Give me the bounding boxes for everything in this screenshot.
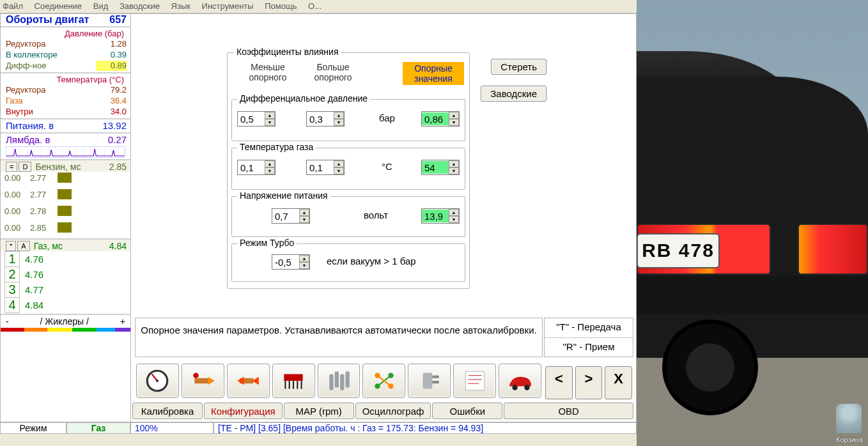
recycle-bin-icon[interactable] [836,404,862,433]
press-diff-value: 0.89 [96,61,127,71]
icon-brush[interactable] [272,364,315,398]
menu-factory[interactable]: Заводские [120,1,160,11]
icon-gauge[interactable] [136,364,179,398]
tgas-ref-input[interactable] [422,161,449,174]
down-arrow-icon[interactable]: ▼ [299,262,309,269]
gas-a-button[interactable]: A [17,241,29,251]
diff-b-spin[interactable]: ▲▼ [306,111,345,127]
down-arrow-icon[interactable]: ▼ [449,216,459,223]
down-arrow-icon[interactable]: ▼ [449,167,459,174]
tab-configuration[interactable]: Конфигурация [204,403,283,419]
volt-title: Напряжение питания [237,190,330,201]
down-arrow-icon[interactable]: ▼ [334,167,344,174]
icon-molecule[interactable] [362,364,405,398]
icon-rail[interactable] [318,364,360,398]
factory-button[interactable]: Заводские [481,86,546,102]
tgas-ref-spin[interactable]: ▲▼ [421,160,460,175]
up-arrow-icon[interactable]: ▲ [449,209,459,216]
icon-injector1[interactable] [182,364,224,398]
nav-prev[interactable]: < [545,366,573,399]
tgas-b-spin[interactable]: ▲▼ [306,160,345,175]
up-arrow-icon[interactable]: ▲ [299,209,309,216]
comm-r: "R" - Прием [545,338,633,357]
icon-list[interactable] [453,364,496,398]
volt-b-input[interactable] [272,210,299,222]
menu-tools[interactable]: Инструменты [202,1,254,11]
gas-2: 4.76 [25,269,54,280]
up-arrow-icon[interactable]: ▲ [334,112,344,119]
rpm-label: Обороты двигат [6,15,96,25]
up-arrow-icon[interactable]: ▲ [265,160,275,167]
nav-next[interactable]: > [575,366,603,399]
volt-b-spin[interactable]: ▲▼ [272,208,310,224]
tab-errors[interactable]: Ошибки [432,403,502,419]
menu-about[interactable]: О... [308,1,322,11]
menu-file[interactable]: Файл [3,1,23,11]
diff-unit: бар [379,112,395,123]
cyl-3[interactable]: 3 [4,282,20,298]
lambda-value: 0.27 [96,135,127,145]
menu-help[interactable]: Помощь [265,1,297,11]
turbo-b-spin[interactable]: ▲▼ [272,254,310,270]
jiklery-minus[interactable]: - [6,316,9,327]
tab-obd[interactable]: OBD [504,403,633,419]
tgas-a-spin[interactable]: ▲▼ [237,160,275,175]
icon-injector2[interactable] [227,364,270,398]
status-info: [TE - PM] [3.65] [Время работы. ч : Газ … [213,422,637,434]
petrol-3a: 0.00 [4,206,30,216]
petrol-2b: 2.77 [30,190,56,199]
nav-close[interactable]: X [605,366,632,399]
menu-lang[interactable]: Язык [171,1,190,11]
tgas-a-input[interactable] [238,161,265,174]
svg-point-21 [375,373,380,378]
up-arrow-icon[interactable]: ▲ [265,112,275,119]
cyl-1[interactable]: 1 [4,251,20,267]
diff-ref-input[interactable] [422,112,449,125]
icon-ecu[interactable] [408,364,451,398]
cyl-4[interactable]: 4 [4,297,20,313]
lambda-label: Лямбда. в [6,135,96,145]
turbo-b-input[interactable] [272,256,299,268]
down-arrow-icon[interactable]: ▼ [265,167,275,174]
tgas-title: Температура газа [237,142,316,152]
svg-rect-26 [465,371,484,390]
petrol-eq-button[interactable]: = [6,162,17,172]
hint-panel: Опорное значения параметров. Устанавлива… [135,318,543,357]
petrol-header: Бензин, мс [35,162,81,172]
jiklery-plus[interactable]: + [120,316,125,327]
down-arrow-icon[interactable]: ▼ [334,119,344,126]
diff-b-input[interactable] [307,112,334,125]
down-arrow-icon[interactable]: ▼ [265,119,275,126]
jiklery-rainbow [1,328,130,332]
tab-oscillograph[interactable]: Осциллограф [355,403,431,419]
pressure-header: Давление (бар) [1,26,130,38]
down-arrow-icon[interactable]: ▼ [449,119,459,126]
tab-map[interactable]: MAP (rpm) [284,403,354,419]
gas-header: Газ, мс [34,241,63,251]
gas-4: 4.84 [25,300,54,311]
menu-conn[interactable]: Соединение [35,1,82,11]
up-arrow-icon[interactable]: ▲ [334,160,344,167]
up-arrow-icon[interactable]: ▲ [449,160,459,167]
volt-ref-input[interactable] [422,210,449,222]
tab-calibration[interactable]: Калибровка [132,403,203,419]
up-arrow-icon[interactable]: ▲ [299,255,309,262]
diff-a-spin[interactable]: ▲▼ [237,111,275,127]
svg-rect-15 [340,374,344,390]
clear-button[interactable]: Стереть [491,59,546,75]
diff-a-input[interactable] [238,112,265,125]
diff-ref-spin[interactable]: ▲▼ [421,111,460,127]
comm-t: "T" - Передача [545,318,633,337]
cyl-2[interactable]: 2 [4,266,20,282]
diff-title: Дифференциальное давление [237,93,370,104]
temp-in-value: 34.0 [96,107,127,117]
icon-car[interactable] [499,364,541,398]
tgas-b-input[interactable] [307,161,334,174]
volt-ref-spin[interactable]: ▲▼ [421,208,460,224]
down-arrow-icon[interactable]: ▼ [299,216,309,223]
up-arrow-icon[interactable]: ▲ [449,112,459,119]
petrol-d-button[interactable]: D [19,162,31,172]
menu-view[interactable]: Вид [93,1,109,11]
gas-star-button[interactable]: * [6,241,16,251]
svg-point-31 [524,385,529,390]
